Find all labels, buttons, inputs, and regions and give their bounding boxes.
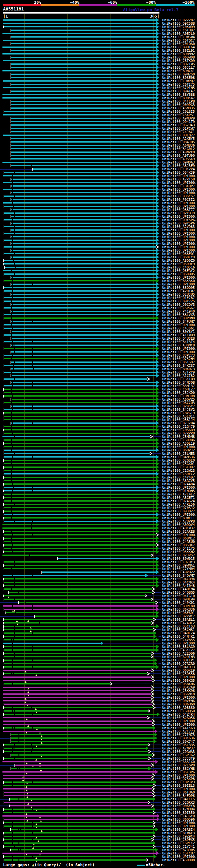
alignment-start-tick — [3, 822, 4, 824]
label-connector-line — [159, 345, 161, 345]
alignment-bar — [4, 473, 156, 474]
label-connector-line — [159, 27, 161, 27]
alignment-start-tick — [10, 209, 10, 211]
label-connector-line — [159, 223, 161, 223]
label-connector-line — [154, 670, 161, 671]
gap-break — [11, 450, 12, 451]
alignment-start-tick — [3, 388, 4, 391]
label-connector-line — [156, 785, 161, 786]
gap-break — [14, 362, 15, 363]
gap-break — [12, 659, 13, 661]
alignment-start-tick — [10, 185, 10, 188]
gap-break — [14, 253, 15, 254]
alignment-start-tick — [10, 740, 10, 743]
alignment-bar — [4, 260, 156, 261]
arrowhead-inner — [149, 751, 150, 752]
alignment-start-tick — [10, 107, 10, 110]
gap-break — [11, 463, 12, 464]
gap-break — [14, 561, 15, 563]
alignment-start-tick — [10, 154, 10, 157]
alignment-start-tick — [3, 639, 3, 641]
gap-break — [13, 487, 14, 488]
alignment-start-tick — [10, 229, 10, 231]
alignment-row[interactable]: UniRef100_A5UUD8 — [0, 859, 197, 862]
alignment-start-tick — [5, 612, 5, 614]
alignment-start-tick — [3, 395, 4, 398]
alignment-bar — [4, 832, 153, 834]
arrowhead-inner — [153, 629, 155, 630]
label-connector-line — [151, 802, 161, 803]
alignment-start-tick — [3, 801, 3, 804]
alignment-start-tick — [3, 232, 3, 235]
alignment-bar — [11, 311, 156, 312]
gap-break — [32, 832, 33, 834]
alignment-bar — [4, 263, 156, 265]
hit-label[interactable]: UniRef100_A5UUD8 — [162, 859, 195, 862]
alignment-bar — [4, 517, 156, 519]
label-connector-line — [156, 812, 161, 813]
gap-break — [32, 362, 33, 363]
gap-break — [12, 710, 13, 712]
alignment-bar — [4, 704, 152, 705]
alignment-bar — [11, 121, 156, 122]
arrowhead-inner — [153, 812, 155, 813]
alignment-start-tick — [10, 144, 10, 147]
arrowhead-inner — [151, 656, 152, 658]
alignment-bar — [4, 497, 156, 498]
gap-break — [12, 606, 13, 607]
gap-break — [12, 209, 13, 210]
alignment-start-tick — [3, 371, 3, 374]
gap-break — [12, 385, 13, 386]
alignment-bar — [4, 416, 156, 417]
alignment-bar — [11, 179, 156, 180]
alignment-bar — [4, 809, 153, 810]
gap-break — [32, 666, 33, 668]
gap-break — [32, 284, 33, 285]
gap-break — [11, 426, 12, 427]
alignment-bar — [3, 23, 156, 24]
alignment-start-tick — [3, 838, 4, 841]
alignment-bar — [4, 859, 146, 861]
alignment-bar — [4, 409, 156, 410]
arrowhead-icon — [156, 374, 159, 377]
alignment-start-tick — [10, 100, 10, 103]
arrowhead-inner — [152, 778, 153, 780]
alignment-start-tick — [3, 757, 4, 760]
gap-break — [14, 846, 15, 847]
alignment-bar — [3, 175, 156, 177]
label-connector-line — [159, 501, 161, 501]
alignment-start-tick — [3, 483, 4, 486]
gap-break — [15, 267, 16, 268]
label-connector-line — [159, 541, 161, 542]
arrowhead-inner — [152, 788, 154, 790]
gap-break — [13, 639, 14, 641]
label-connector-line — [159, 460, 161, 461]
gap-break — [11, 416, 12, 417]
gap-break — [32, 809, 33, 810]
alignment-bar — [4, 233, 156, 234]
gap-break — [12, 256, 13, 258]
alignment-start-tick — [4, 266, 5, 269]
alignment-bar — [5, 267, 156, 268]
gap-break — [12, 643, 13, 644]
label-connector-line — [155, 724, 161, 725]
alignment-start-tick — [3, 463, 3, 465]
label-connector-line — [159, 67, 161, 68]
alignment-bar — [4, 466, 156, 468]
alignment-start-tick — [3, 655, 3, 658]
label-connector-line — [151, 758, 161, 759]
arrowhead-icon — [149, 767, 151, 770]
gap-break — [11, 673, 12, 674]
gap-break — [12, 355, 13, 356]
alignment-start-tick — [3, 625, 4, 628]
alignment-start-tick — [10, 158, 10, 160]
gap-break — [19, 738, 20, 739]
alignment-start-tick — [10, 29, 10, 32]
alignment-start-tick — [9, 798, 10, 801]
arrowhead-icon — [156, 624, 159, 628]
alignment-start-tick — [10, 103, 10, 106]
alignment-bar — [4, 639, 156, 641]
alignment-bar — [4, 273, 156, 275]
arrowhead-inner — [153, 835, 155, 837]
alignment-bar — [3, 788, 152, 789]
